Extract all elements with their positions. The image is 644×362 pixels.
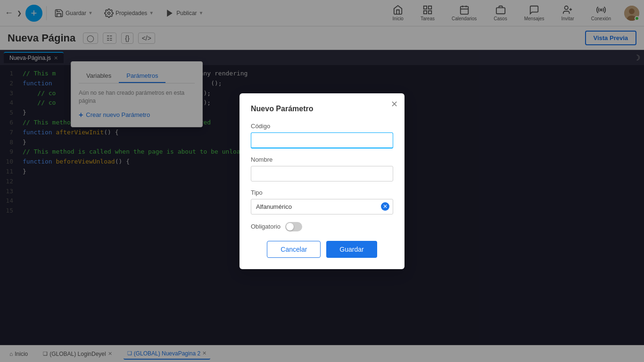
nuevo-parametro-modal: Nuevo Parámetro ✕ Código Nombre Tipo Alf… bbox=[239, 93, 405, 269]
modal-close-button[interactable]: ✕ bbox=[391, 99, 398, 109]
tipo-form-group: Tipo Alfanumérico Numérico Fecha Boolean… bbox=[251, 189, 393, 214]
codigo-label: Código bbox=[251, 123, 393, 130]
modal-actions: Cancelar Guardar bbox=[251, 241, 393, 258]
modal-title: Nuevo Parámetro bbox=[251, 105, 393, 113]
obligatorio-toggle-wrapper: Obligatorio bbox=[251, 222, 393, 231]
nombre-label: Nombre bbox=[251, 156, 393, 163]
tipo-clear-button[interactable]: ✕ bbox=[381, 202, 389, 211]
tipo-select-wrapper: Alfanumérico Numérico Fecha Booleano ✕ bbox=[251, 199, 393, 214]
cancel-button[interactable]: Cancelar bbox=[267, 241, 321, 258]
tipo-label: Tipo bbox=[251, 189, 393, 196]
obligatorio-toggle[interactable] bbox=[285, 222, 302, 231]
modal-backdrop: Nuevo Parámetro ✕ Código Nombre Tipo Alf… bbox=[0, 0, 644, 362]
nombre-input[interactable] bbox=[251, 166, 393, 181]
toggle-knob bbox=[286, 223, 294, 230]
codigo-form-group: Código bbox=[251, 123, 393, 148]
tipo-select[interactable]: Alfanumérico Numérico Fecha Booleano bbox=[251, 199, 393, 214]
save-button[interactable]: Guardar bbox=[326, 241, 377, 258]
obligatorio-label: Obligatorio bbox=[251, 223, 281, 230]
nombre-form-group: Nombre bbox=[251, 156, 393, 181]
codigo-input[interactable] bbox=[251, 132, 393, 148]
